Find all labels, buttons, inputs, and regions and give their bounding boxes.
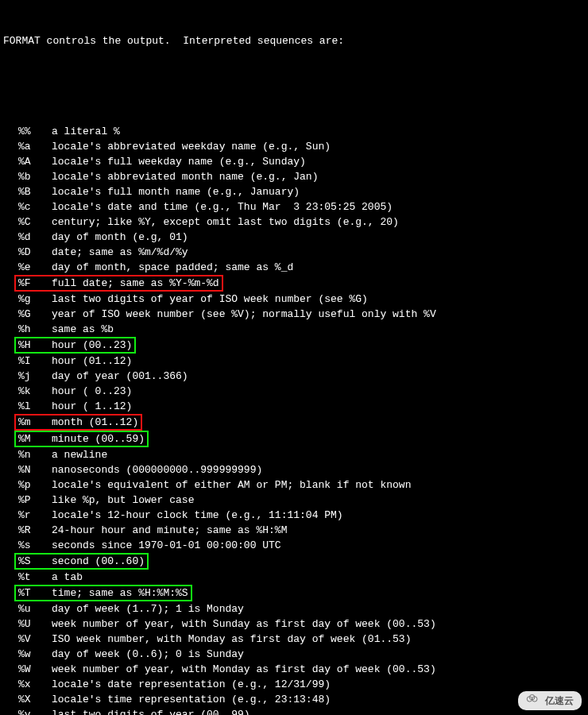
- format-code: %j: [18, 369, 52, 384]
- format-entry: %clocale's date and time (e.g., Thu Mar …: [3, 199, 588, 214]
- format-entry: %Ffull date; same as %Y-%m-%d: [3, 275, 588, 292]
- format-entry: %xlocale's date representation (e.g., 12…: [3, 677, 588, 692]
- format-entry: %ta tab: [3, 570, 588, 585]
- format-description: a tab: [52, 571, 83, 583]
- format-entry: %Wweek number of year, with Monday as fi…: [3, 662, 588, 677]
- format-description: full date; same as %Y-%m-%d: [52, 277, 219, 289]
- header-line: FORMAT controls the output. Interpreted …: [3, 33, 588, 48]
- format-description: nanoseconds (000000000..999999999): [52, 464, 262, 476]
- format-description: last two digits of year of ISO week numb…: [52, 293, 368, 305]
- format-code: %T: [18, 586, 52, 600]
- format-code: %e: [18, 260, 52, 275]
- format-code: %w: [18, 647, 52, 662]
- format-description: day of month, space padded; same as %_d: [52, 261, 293, 273]
- format-code: %P: [18, 493, 52, 508]
- highlight-box: %Mminute (00..59): [14, 431, 149, 447]
- cloud-icon: [524, 693, 542, 709]
- highlight-box: %mmonth (01..12): [14, 414, 142, 431]
- format-code: %b: [18, 169, 52, 184]
- format-code: %W: [18, 662, 52, 677]
- format-code: %s: [18, 538, 52, 553]
- format-description: a newline: [52, 449, 107, 461]
- format-code: %m: [18, 415, 52, 429]
- format-code: %n: [18, 447, 52, 462]
- format-description: month (01..12): [52, 416, 138, 428]
- format-code: %l: [18, 399, 52, 414]
- format-code: %p: [18, 477, 52, 493]
- format-description: a literal %: [52, 126, 120, 137]
- format-entry: %jday of year (001..366): [3, 369, 588, 384]
- format-description: locale's date and time (e.g., Thu Mar 3 …: [52, 201, 393, 213]
- format-entry: %plocale's equivalent of either AM or PM…: [3, 477, 588, 493]
- highlight-box: %Ffull date; same as %Y-%m-%d: [14, 275, 223, 292]
- format-code: %V: [18, 632, 52, 647]
- format-description: century; like %Y, except omit last two d…: [52, 216, 399, 228]
- format-code: %u: [18, 601, 52, 616]
- format-entry: %Xlocale's time representation (e.g., 23…: [3, 692, 588, 707]
- format-entry: %alocale's abbreviated weekday name (e.g…: [3, 139, 588, 154]
- watermark-badge: 亿速云: [518, 691, 582, 710]
- format-description: day of month (e.g, 01): [52, 231, 188, 243]
- format-description: second (00..60): [52, 555, 145, 567]
- format-code: %k: [18, 384, 52, 399]
- format-description: ISO week number, with Monday as first da…: [52, 633, 411, 645]
- format-code: %I: [18, 354, 52, 369]
- format-code: %y: [18, 707, 52, 715]
- format-entry: %Mminute (00..59): [3, 431, 588, 447]
- format-description: same as %b: [52, 323, 114, 335]
- format-description: locale's full weekday name (e.g., Sunday…: [52, 156, 306, 168]
- format-code: %R: [18, 523, 52, 538]
- format-description: hour (01..12): [52, 355, 132, 367]
- format-description: locale's abbreviated weekday name (e.g.,…: [52, 141, 331, 153]
- format-code: %x: [18, 677, 52, 692]
- format-entry: %uday of week (1..7); 1 is Monday: [3, 601, 588, 616]
- format-entry: %Plike %p, but lower case: [3, 493, 588, 508]
- format-entry: %blocale's abbreviated month name (e.g.,…: [3, 169, 588, 184]
- format-description: locale's abbreviated month name (e.g., J…: [52, 171, 318, 183]
- format-entry: %eday of month, space padded; same as %_…: [3, 260, 588, 275]
- highlight-box: %Ttime; same as %H:%M:%S: [14, 585, 192, 601]
- format-description: locale's full month name (e.g., January): [52, 186, 300, 198]
- format-entry: %Alocale's full weekday name (e.g., Sund…: [3, 154, 588, 169]
- format-entry: %Ihour (01..12): [3, 354, 588, 369]
- format-description: locale's 12-hour clock time (e.g., 11:11…: [52, 509, 343, 521]
- format-code: %U: [18, 616, 52, 632]
- format-description: like %p, but lower case: [52, 494, 194, 506]
- format-entry: %rlocale's 12-hour clock time (e.g., 11:…: [3, 508, 588, 523]
- format-description: seconds since 1970-01-01 00:00:00 UTC: [52, 539, 281, 551]
- format-code: %r: [18, 508, 52, 523]
- format-code: %C: [18, 214, 52, 230]
- format-description: date; same as %m/%d/%y: [52, 246, 188, 258]
- format-code: %M: [18, 432, 52, 446]
- format-entry: %Ttime; same as %H:%M:%S: [3, 585, 588, 601]
- format-code: %S: [18, 555, 52, 568]
- format-entry: %Ccentury; like %Y, except omit last two…: [3, 214, 588, 230]
- format-entry: %Ddate; same as %m/%d/%y: [3, 245, 588, 260]
- format-description: locale's equivalent of either AM or PM; …: [52, 479, 411, 491]
- format-code: %G: [18, 307, 52, 322]
- format-entry: %khour ( 0..23): [3, 384, 588, 399]
- format-entry: %%a literal %: [3, 124, 588, 139]
- format-entry: %Uweek number of year, with Sunday as fi…: [3, 616, 588, 632]
- format-description: year of ISO week number (see %V); normal…: [52, 308, 436, 320]
- format-code: %h: [18, 322, 52, 337]
- highlight-box: %Ssecond (00..60): [14, 553, 149, 570]
- format-description: hour (00..23): [52, 339, 132, 351]
- highlight-box: %Hhour (00..23): [14, 337, 136, 354]
- format-description: hour ( 0..23): [52, 385, 132, 397]
- format-entry: %Gyear of ISO week number (see %V); norm…: [3, 307, 588, 322]
- format-entry: %mmonth (01..12): [3, 414, 588, 431]
- format-entry: %Nnanoseconds (000000000..999999999): [3, 462, 588, 477]
- format-code: %t: [18, 570, 52, 585]
- format-code: %N: [18, 462, 52, 477]
- format-entry: %lhour ( 1..12): [3, 399, 588, 414]
- format-code: %F: [18, 276, 52, 290]
- format-entry: %na newline: [3, 447, 588, 462]
- format-code: %g: [18, 292, 52, 307]
- format-code: %X: [18, 692, 52, 707]
- format-entry: %R24-hour hour and minute; same as %H:%M: [3, 523, 588, 538]
- format-code: %D: [18, 245, 52, 260]
- format-entry: %glast two digits of year of ISO week nu…: [3, 292, 588, 307]
- format-description: locale's date representation (e.g., 12/3…: [52, 678, 331, 690]
- format-description: last two digits of year (00..99): [52, 709, 250, 715]
